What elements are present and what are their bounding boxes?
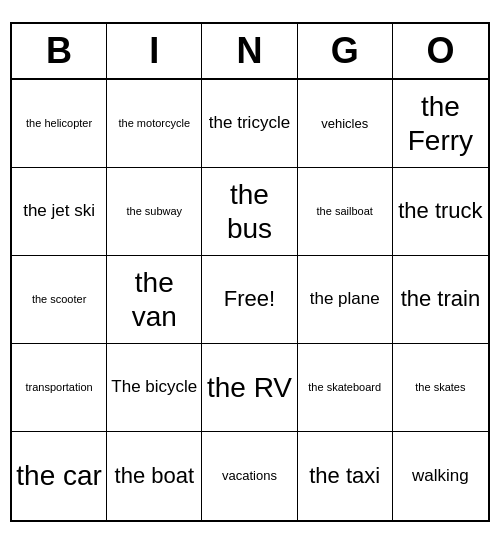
cell-text: the plane [310,289,380,309]
bingo-cell[interactable]: the van [107,256,202,344]
bingo-grid: the helicopterthe motorcyclethe tricycle… [12,80,488,520]
cell-text: transportation [25,381,92,394]
bingo-cell[interactable]: the scooter [12,256,107,344]
cell-text: the skates [415,381,465,394]
bingo-cell[interactable]: the motorcycle [107,80,202,168]
cell-text: the jet ski [23,201,95,221]
bingo-cell[interactable]: the skates [393,344,488,432]
cell-text: Free! [224,286,275,312]
cell-text: the helicopter [26,117,92,130]
bingo-cell[interactable]: the helicopter [12,80,107,168]
header-letter: O [393,24,488,78]
cell-text: the RV [207,371,292,405]
cell-text: the tricycle [209,113,290,133]
cell-text: the motorcycle [119,117,191,130]
bingo-cell[interactable]: the sailboat [298,168,393,256]
cell-text: vacations [222,468,277,484]
cell-text: the sailboat [317,205,373,218]
cell-text: walking [412,466,469,486]
bingo-cell[interactable]: the plane [298,256,393,344]
bingo-cell[interactable]: The bicycle [107,344,202,432]
header-letter: N [202,24,297,78]
bingo-cell[interactable]: vacations [202,432,297,520]
cell-text: vehicles [321,116,368,132]
cell-text: the scooter [32,293,86,306]
bingo-cell[interactable]: walking [393,432,488,520]
bingo-cell[interactable]: the jet ski [12,168,107,256]
bingo-cell[interactable]: the Ferry [393,80,488,168]
bingo-header: BINGO [12,24,488,80]
cell-text: the taxi [309,463,380,489]
bingo-cell[interactable]: the car [12,432,107,520]
cell-text: the car [16,459,102,493]
bingo-cell[interactable]: the boat [107,432,202,520]
bingo-cell[interactable]: the subway [107,168,202,256]
cell-text: the Ferry [397,90,484,157]
bingo-cell[interactable]: the truck [393,168,488,256]
cell-text: The bicycle [111,377,197,397]
cell-text: the van [111,266,197,333]
bingo-cell[interactable]: transportation [12,344,107,432]
cell-text: the truck [398,198,482,224]
bingo-cell[interactable]: the RV [202,344,297,432]
cell-text: the bus [206,178,292,245]
bingo-cell[interactable]: the skateboard [298,344,393,432]
header-letter: I [107,24,202,78]
bingo-cell[interactable]: the taxi [298,432,393,520]
header-letter: G [298,24,393,78]
bingo-cell[interactable]: Free! [202,256,297,344]
cell-text: the boat [115,463,195,489]
cell-text: the subway [126,205,182,218]
cell-text: the train [401,286,481,312]
bingo-cell[interactable]: the train [393,256,488,344]
header-letter: B [12,24,107,78]
bingo-cell[interactable]: the bus [202,168,297,256]
bingo-cell[interactable]: vehicles [298,80,393,168]
cell-text: the skateboard [308,381,381,394]
bingo-cell[interactable]: the tricycle [202,80,297,168]
bingo-card: BINGO the helicopterthe motorcyclethe tr… [10,22,490,522]
